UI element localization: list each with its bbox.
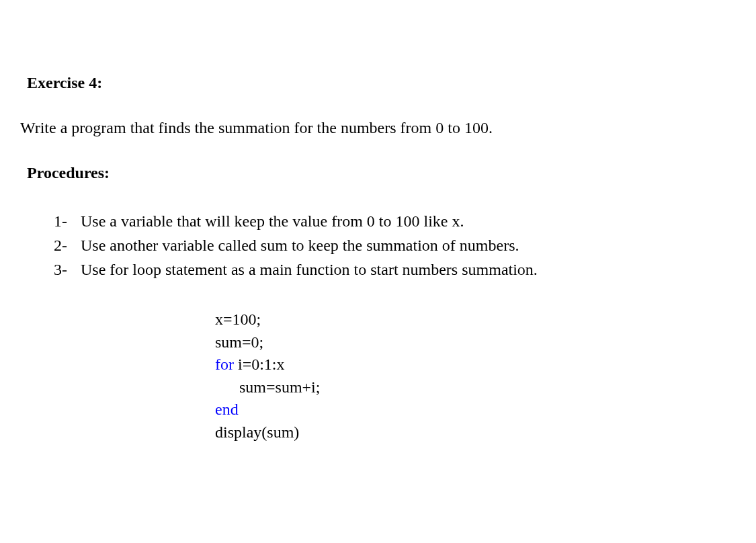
procedure-text: Use a variable that will keep the value … <box>81 209 464 233</box>
procedure-item: 1- Use a variable that will keep the val… <box>54 209 729 233</box>
code-block: x=100; sum=0; for i=0:1:x sum=sum+i; end… <box>215 308 729 444</box>
exercise-description: Write a program that finds the summation… <box>20 119 729 137</box>
procedure-text: Use another variable called sum to keep … <box>81 233 519 257</box>
code-text: i=0:1:x <box>234 356 285 373</box>
procedures-heading: Procedures: <box>27 164 729 182</box>
code-line: display(sum) <box>215 421 729 444</box>
procedure-number: 1- <box>54 209 81 233</box>
document-content: Exercise 4: Write a program that finds t… <box>0 0 756 471</box>
code-keyword: end <box>215 401 239 418</box>
procedure-number: 3- <box>54 257 81 282</box>
code-line: for i=0:1:x <box>215 353 729 376</box>
exercise-heading: Exercise 4: <box>27 74 729 92</box>
procedure-item: 3- Use for loop statement as a main func… <box>54 257 729 282</box>
procedure-text: Use for loop statement as a main functio… <box>81 257 538 282</box>
code-line: x=100; <box>215 308 729 331</box>
code-line: sum=sum+i; <box>215 376 729 399</box>
code-line: sum=0; <box>215 331 729 354</box>
code-keyword: for <box>215 356 234 373</box>
procedure-item: 2- Use another variable called sum to ke… <box>54 233 729 257</box>
code-text: sum=sum+i; <box>239 378 320 396</box>
procedures-list: 1- Use a variable that will keep the val… <box>54 209 729 282</box>
procedure-number: 2- <box>54 233 81 257</box>
code-line: end <box>215 399 729 421</box>
